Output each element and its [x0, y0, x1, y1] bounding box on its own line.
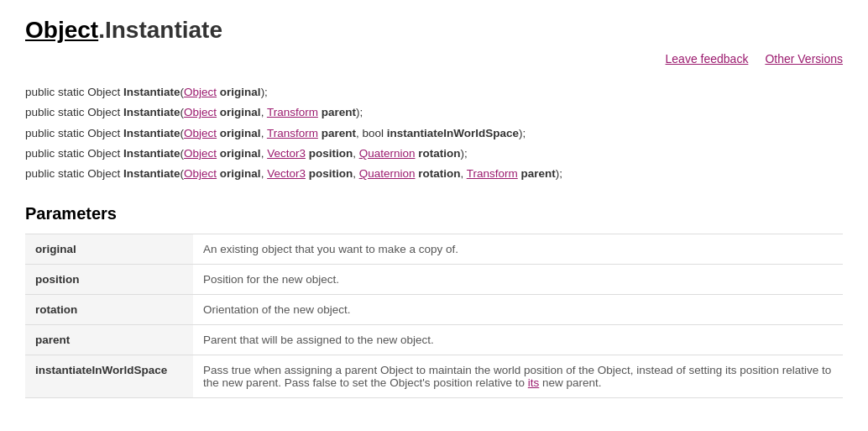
param-description: Pass true when assigning a parent Object…: [193, 355, 843, 398]
signature-5: public static Object Instantiate(Object …: [25, 164, 843, 184]
signature-4: public static Object Instantiate(Object …: [25, 144, 843, 164]
param-name: parent: [25, 325, 193, 355]
param-name: instantiateInWorldSpace: [25, 355, 193, 398]
param-description: Position for the new object.: [193, 265, 843, 295]
top-links: Leave feedback Other Versions: [25, 52, 843, 66]
type-link-transform-2[interactable]: Transform: [267, 127, 318, 139]
type-link-vector3-2[interactable]: Vector3: [267, 167, 306, 180]
type-link-transform-1[interactable]: Transform: [267, 106, 318, 118]
param-name: position: [25, 265, 193, 295]
table-row: parentParent that will be assigned to th…: [25, 325, 843, 355]
table-row: instantiateInWorldSpacePass true when as…: [25, 355, 843, 398]
type-link-object-3[interactable]: Object: [184, 127, 217, 139]
type-link-vector3-1[interactable]: Vector3: [267, 147, 306, 160]
page-title: Object.Instantiate: [25, 17, 843, 44]
table-row: originalAn existing object that you want…: [25, 234, 843, 265]
its-link[interactable]: its: [528, 376, 540, 389]
class-link[interactable]: Object: [25, 17, 98, 43]
signature-1: public static Object Instantiate(Object …: [25, 82, 843, 102]
param-description: Orientation of the new object.: [193, 295, 843, 325]
signature-3: public static Object Instantiate(Object …: [25, 124, 843, 144]
leave-feedback-link[interactable]: Leave feedback: [666, 52, 749, 66]
table-row: rotationOrientation of the new object.: [25, 295, 843, 325]
table-row: positionPosition for the new object.: [25, 265, 843, 295]
type-link-object-4[interactable]: Object: [184, 147, 217, 160]
param-description: Parent that will be assigned to the new …: [193, 325, 843, 355]
signature-2: public static Object Instantiate(Object …: [25, 102, 843, 123]
param-name: rotation: [25, 295, 193, 325]
parameters-heading: Parameters: [25, 204, 843, 223]
type-link-quaternion-1[interactable]: Quaternion: [359, 147, 416, 160]
other-versions-link[interactable]: Other Versions: [765, 52, 843, 66]
type-link-object-2[interactable]: Object: [184, 106, 217, 118]
type-link-transform-3[interactable]: Transform: [467, 167, 518, 180]
param-description: An existing object that you want to make…: [193, 234, 843, 265]
type-link-object-1[interactable]: Object: [184, 86, 217, 98]
param-name: original: [25, 234, 193, 265]
type-link-quaternion-2[interactable]: Quaternion: [359, 167, 416, 180]
type-link-object-5[interactable]: Object: [184, 167, 217, 180]
signatures-section: public static Object Instantiate(Object …: [25, 82, 843, 184]
parameters-table: originalAn existing object that you want…: [25, 234, 843, 398]
